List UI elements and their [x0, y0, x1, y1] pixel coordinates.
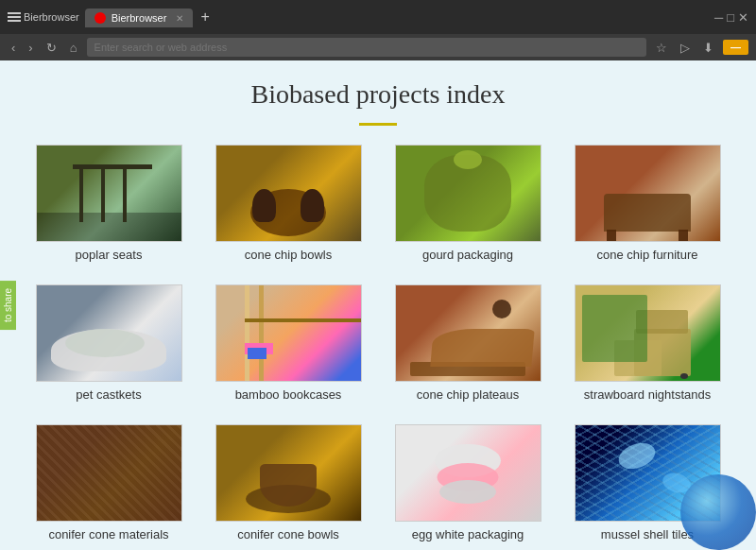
maximize-icon[interactable]: □	[727, 10, 734, 25]
label-cone-chip-furniture: cone chip furniture	[597, 248, 698, 266]
label-cone-chip-bowls: cone chip bowls	[245, 248, 333, 266]
grid-item-pet-castkets[interactable]: pet castkets	[28, 284, 189, 405]
image-strawboard-nightstands	[575, 284, 721, 382]
grid-item-conifer-cone-bowls[interactable]: conifer cone bowls	[208, 424, 369, 545]
minimize-icon[interactable]: ─	[714, 10, 723, 25]
label-conifer-cone-bowls: conifer cone bowls	[237, 527, 339, 545]
grid-item-gourd-packaging[interactable]: gourd packaging	[387, 145, 548, 266]
menu-button[interactable]: Bierbrowser	[8, 11, 79, 23]
address-bar[interactable]	[87, 38, 646, 57]
image-bamboo-bookcases	[215, 284, 362, 382]
close-icon[interactable]: ✕	[738, 10, 748, 25]
reload-button[interactable]: ↻	[43, 39, 60, 57]
tab-close-button[interactable]: ✕	[176, 13, 183, 24]
label-egg-white-packaging: egg white packaging	[412, 527, 524, 545]
page-title: Biobased projects index	[0, 60, 756, 119]
tab-favicon	[94, 12, 106, 24]
label-conifer-cone-materials: conifer cone materials	[48, 527, 168, 545]
label-cone-chip-plateaus: cone chip plateaus	[417, 387, 519, 405]
grid-item-cone-chip-bowls[interactable]: cone chip bowls	[208, 145, 369, 266]
sidebar-tab[interactable]: to share	[0, 281, 16, 330]
grid-item-strawboard-nightstands[interactable]: strawboard nightstands	[567, 284, 728, 405]
browser-toolbar: ‹ › ↻ ⌂ ☆ ▷ ⬇ —	[0, 34, 756, 60]
grid-item-bamboo-bookcases[interactable]: bamboo bookcases	[208, 284, 369, 405]
tab-title: Bierbrowser	[112, 12, 167, 24]
label-poplar-seats: poplar seats	[76, 248, 143, 266]
download-icon[interactable]: ⬇	[699, 39, 717, 57]
menu-label: Bierbrowser	[24, 11, 79, 23]
page-content: to share Biobased projects index poplar …	[0, 60, 756, 550]
label-strawboard-nightstands: strawboard nightstands	[584, 387, 711, 405]
image-cone-chip-furniture	[575, 145, 721, 242]
tab-bar: Bierbrowser ✕ +	[85, 7, 709, 27]
forward-button[interactable]: ›	[25, 39, 36, 57]
new-tab-button[interactable]: +	[195, 7, 215, 27]
browser-chrome: Bierbrowser Bierbrowser ✕ + ─ □ ✕	[0, 0, 756, 34]
grid-item-cone-chip-plateaus[interactable]: cone chip plateaus	[387, 284, 548, 405]
label-bamboo-bookcases: bamboo bookcases	[235, 387, 342, 405]
projects-grid: poplar seats cone chip bowls gourd packa…	[0, 145, 756, 550]
label-pet-castkets: pet castkets	[76, 387, 141, 405]
orange-action-button[interactable]: —	[723, 40, 748, 55]
image-egg-white-packaging	[395, 424, 541, 522]
label-mussel-shell-tiles: mussel shell tiles	[601, 527, 694, 545]
image-pet-castkets	[36, 284, 182, 382]
bookmark-icon[interactable]: ☆	[652, 39, 671, 57]
image-conifer-cone-bowls	[215, 424, 362, 522]
hamburger-icon	[8, 12, 21, 22]
back-button[interactable]: ‹	[8, 39, 19, 57]
globe-decoration	[680, 474, 756, 550]
image-cone-chip-plateaus	[395, 284, 541, 382]
title-underline	[359, 123, 397, 126]
label-gourd-packaging: gourd packaging	[422, 248, 513, 266]
home-button[interactable]: ⌂	[66, 39, 81, 57]
image-gourd-packaging	[395, 145, 541, 242]
image-conifer-cone-materials	[36, 424, 182, 522]
grid-item-cone-chip-furniture[interactable]: cone chip furniture	[567, 145, 728, 266]
image-poplar-seats	[36, 145, 182, 242]
grid-item-egg-white-packaging[interactable]: egg white packaging	[387, 424, 548, 545]
active-tab[interactable]: Bierbrowser ✕	[85, 9, 194, 27]
grid-item-poplar-seats[interactable]: poplar seats	[28, 145, 189, 266]
play-icon[interactable]: ▷	[677, 39, 694, 57]
image-cone-chip-bowls	[215, 145, 362, 242]
grid-item-conifer-cone-materials[interactable]: conifer cone materials	[28, 424, 189, 545]
window-controls: ─ □ ✕	[714, 10, 748, 25]
